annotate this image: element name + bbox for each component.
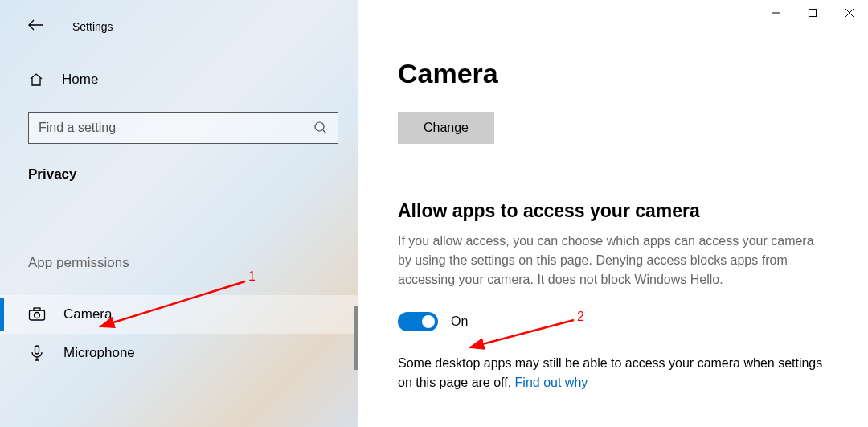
footnote-link[interactable]: Find out why <box>515 376 588 389</box>
sidebar-header: Settings <box>0 0 358 52</box>
search-row <box>0 112 358 144</box>
toggle-row: On <box>398 312 828 331</box>
nav-block: Camera Microphone <box>0 295 358 372</box>
window-title: Settings <box>72 20 113 33</box>
window-controls <box>757 0 868 26</box>
close-button[interactable] <box>831 0 868 26</box>
sidebar-item-label: Camera <box>63 306 112 322</box>
svg-rect-7 <box>809 10 817 17</box>
svg-point-0 <box>315 122 324 131</box>
footnote: Some desktop apps may still be able to a… <box>398 354 828 392</box>
maximize-button[interactable] <box>794 0 831 26</box>
svg-rect-5 <box>35 346 39 354</box>
section-label: App permissions <box>0 255 358 271</box>
sidebar-item-microphone[interactable]: Microphone <box>0 334 358 372</box>
back-icon[interactable] <box>21 14 50 38</box>
annotation-label-1: 1 <box>248 269 256 284</box>
footnote-text: Some desktop apps may still be able to a… <box>398 356 822 389</box>
sidebar-home[interactable]: Home <box>0 60 358 99</box>
minimize-button[interactable] <box>757 0 794 26</box>
allow-toggle[interactable] <box>398 312 438 331</box>
allow-heading: Allow apps to access your camera <box>398 200 828 222</box>
sidebar-item-camera[interactable]: Camera <box>0 295 358 334</box>
sidebar-item-label: Microphone <box>63 345 135 361</box>
home-label: Home <box>62 72 98 88</box>
home-icon <box>28 72 44 88</box>
annotation-label-2: 2 <box>577 310 584 324</box>
sidebar: Settings Home Privacy App permissions Ca… <box>0 0 358 427</box>
allow-description: If you allow access, you can choose whic… <box>398 232 828 289</box>
content: Camera Change Allow apps to access your … <box>358 0 868 427</box>
change-button[interactable]: Change <box>398 112 494 144</box>
microphone-icon <box>28 345 46 361</box>
search-box[interactable] <box>28 112 338 144</box>
search-input[interactable] <box>39 121 313 135</box>
svg-rect-4 <box>34 308 40 310</box>
toggle-knob <box>422 315 435 328</box>
page-title: Camera <box>398 58 828 89</box>
toggle-state-label: On <box>451 314 468 329</box>
category-label: Privacy <box>0 144 358 183</box>
search-icon <box>313 121 328 135</box>
svg-rect-2 <box>30 310 45 320</box>
svg-line-1 <box>323 130 326 133</box>
camera-icon <box>28 306 46 322</box>
svg-point-3 <box>35 313 40 318</box>
